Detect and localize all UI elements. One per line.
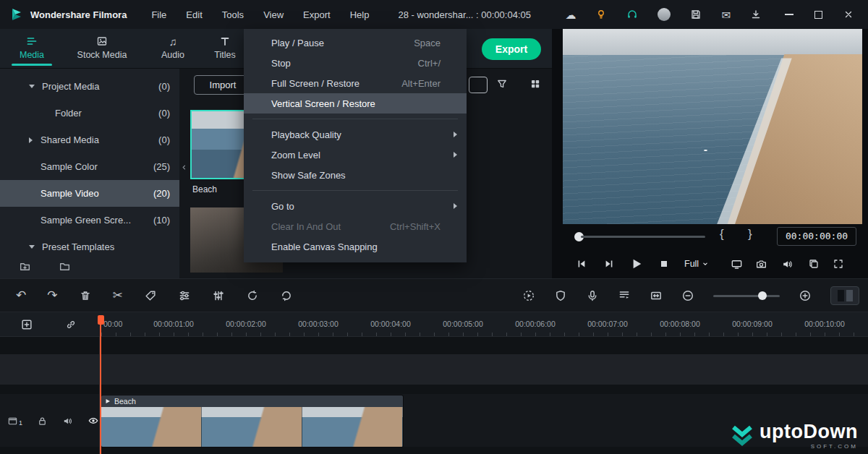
submenu-arrow-icon [454,152,457,158]
sidebar-item-sample-color[interactable]: Sample Color (25) [0,153,179,180]
collapse-sidebar-icon[interactable] [180,163,188,171]
keyframe-icon[interactable] [246,289,259,302]
menu-item-stop[interactable]: Stop Ctrl+/ [244,53,467,73]
tag-icon[interactable] [144,289,157,302]
fullscreen-icon[interactable] [833,258,844,270]
maximize-button[interactable] [814,11,822,19]
undo-icon[interactable]: ↶ [16,289,26,301]
speed-icon[interactable] [280,289,293,302]
hide-track-eye-icon[interactable] [88,415,99,427]
snapshot-camera-icon[interactable] [755,258,767,270]
download-icon[interactable] [750,9,762,20]
tab-media[interactable]: Media [12,35,52,60]
marker-list-icon[interactable] [618,289,631,302]
menu-item-zoom-level[interactable]: Zoom Level [244,145,467,165]
audio-mixer-icon[interactable] [212,289,225,302]
sidebar-item-folder[interactable]: Folder (0) [0,100,179,127]
menu-item-show-safe-zones[interactable]: Show Safe Zones [244,165,467,185]
fit-to-timeline-icon[interactable] [650,289,663,302]
adjust-sliders-icon[interactable] [178,289,191,302]
split-scissors-icon[interactable]: ✂ [113,289,123,301]
preview-zoom-select[interactable]: Full [684,259,709,269]
dual-monitor-icon[interactable] [731,258,743,270]
caret-down-icon [29,85,35,88]
zoom-in-icon[interactable] [799,289,812,302]
minimize-button[interactable] [785,14,793,15]
menu-item-go-to[interactable]: Go to [244,196,467,216]
folder-icon[interactable] [59,260,71,273]
close-button[interactable] [843,9,854,20]
timeline-view-toggle[interactable] [830,286,859,305]
tab-stock-media[interactable]: Stock Media [64,35,140,60]
speaker-icon[interactable] [781,258,793,270]
lock-track-icon[interactable] [37,416,48,427]
watermark-brand: uptoDown [760,422,858,442]
user-avatar[interactable] [658,8,671,21]
cloud-icon[interactable]: ☁ [565,9,576,20]
menu-view[interactable]: View [263,9,284,20]
microphone-icon[interactable] [586,289,599,302]
sidebar-item-preset-templates[interactable]: Preset Templates [0,234,179,260]
clip-thumbnail [101,407,202,447]
menu-help[interactable]: Help [350,9,370,20]
stop-icon[interactable] [658,258,670,270]
item-count: (10) [153,215,170,226]
previous-frame-icon[interactable] [576,258,587,270]
mark-in-button[interactable]: { [720,227,724,241]
save-icon[interactable] [690,9,702,20]
sidebar-item-sample-video[interactable]: Sample Video (20) [0,180,179,207]
search-input[interactable] [469,77,488,93]
render-preview-icon[interactable] [522,289,535,302]
timeline-ruler[interactable]: 00:00 00:00:01:00 00:00:02:00 00:00:03:0… [0,312,868,337]
redo-icon[interactable]: ↷ [47,289,57,301]
clip-play-icon [105,398,111,404]
timeline-zoom-slider[interactable] [713,291,780,301]
zoom-slider-knob[interactable] [758,291,767,300]
menu-item-label: Full Screen / Restore [271,78,359,89]
menu-item-shortcut: Space [414,38,441,48]
export-button[interactable]: Export [482,38,541,60]
copy-frame-icon[interactable] [808,258,820,270]
menu-item-full-screen-restore[interactable]: Full Screen / Restore Alt+Enter [244,73,467,93]
sidebar-item-shared-media[interactable]: Shared Media (0) [0,127,179,153]
filter-icon[interactable] [496,78,508,90]
tab-audio[interactable]: ♫ Audio [150,35,195,60]
next-frame-icon[interactable] [603,258,615,270]
menu-item-playback-quality[interactable]: Playback Quality [244,124,467,145]
shield-icon[interactable] [554,289,567,302]
add-track-icon[interactable] [20,318,33,331]
bulb-icon[interactable] [595,9,607,20]
headset-icon[interactable] [626,9,638,20]
play-icon[interactable] [629,257,644,271]
playhead-handle[interactable] [98,315,104,325]
sidebar-item-project-media[interactable]: Project Media (0) [0,73,179,100]
mute-track-icon[interactable] [62,416,73,427]
menu-edit[interactable]: Edit [186,9,202,20]
menu-item-label: Vertical Screen / Restore [271,98,375,109]
caret-down-icon [29,245,35,249]
zoom-out-icon[interactable] [681,289,694,302]
menu-file[interactable]: File [151,9,166,20]
grid-view-icon[interactable] [529,78,541,90]
delete-icon[interactable] [79,289,92,302]
import-button[interactable]: Import [194,75,252,95]
seek-track[interactable] [581,236,705,238]
tab-titles[interactable]: Titles [204,35,246,60]
menu-item-enable-canvas-snapping[interactable]: Enable Canvas Snapping [244,236,467,257]
mark-out-button[interactable]: } [748,227,752,241]
menu-export[interactable]: Export [303,9,331,20]
chevron-down-icon [702,260,709,267]
menu-item-clear-in-and-out[interactable]: Clear In And Out Ctrl+Shift+X [244,216,467,236]
playhead[interactable] [100,315,101,454]
menu-item-vertical-screen-restore[interactable]: Vertical Screen / Restore [244,93,467,113]
menu-item-play-pause[interactable]: Play / Pause Space [244,33,467,53]
mail-icon[interactable]: ✉ [721,9,731,20]
zoom-slider-track[interactable] [713,295,780,297]
menu-tools[interactable]: Tools [222,9,244,20]
filmora-app: Wondershare Filmora File Edit Tools View… [0,0,868,454]
sidebar-item-sample-green-screen[interactable]: Sample Green Scre... (10) [0,207,179,234]
new-folder-icon[interactable] [19,260,31,273]
link-icon[interactable] [65,319,77,330]
timeline-clip-beach[interactable]: Beach [101,395,403,447]
overlay-track-lane[interactable] [0,354,868,385]
